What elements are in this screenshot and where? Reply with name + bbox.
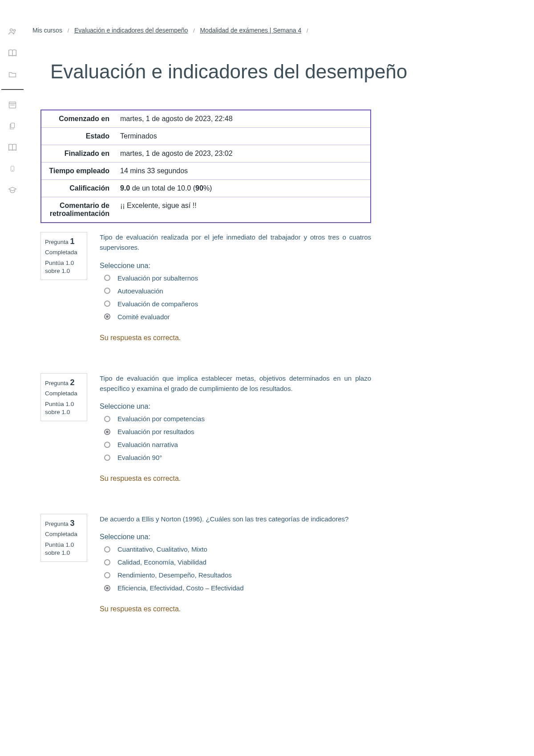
svg-point-3 xyxy=(11,105,11,105)
option-label: Rendimiento, Desempeño, Resultados xyxy=(117,571,232,579)
question-block: Pregunta 3CompletadaPuntúa 1.0 sobre 1.0… xyxy=(40,514,371,613)
svg-point-4 xyxy=(12,105,12,105)
question-info-box: Pregunta 3CompletadaPuntúa 1.0 sobre 1.0 xyxy=(40,514,87,562)
calendar-icon[interactable] xyxy=(8,100,17,110)
option-label: Evaluación por competencias xyxy=(117,415,205,423)
radio-icon[interactable] xyxy=(104,559,110,565)
phone-icon[interactable] xyxy=(8,164,17,174)
option-row[interactable]: Comité evaluador xyxy=(100,313,371,321)
option-label: Comité evaluador xyxy=(117,313,170,321)
svg-point-0 xyxy=(10,29,12,32)
option-row[interactable]: Eficiencia, Efectividad, Costo – Efectiv… xyxy=(100,584,371,592)
radio-icon[interactable] xyxy=(104,429,110,435)
svg-rect-6 xyxy=(11,123,14,128)
question-points: Puntúa 1.0 sobre 1.0 xyxy=(45,400,83,416)
summary-value: martes, 1 de agosto de 2023, 22:48 xyxy=(115,110,370,127)
option-label: Cuantitativo, Cualitativo, Mixto xyxy=(117,545,207,553)
summary-row: Tiempo empleado14 mins 33 segundos xyxy=(41,163,370,180)
summary-value: martes, 1 de agosto de 2023, 23:02 xyxy=(115,145,370,162)
question-info-box: Pregunta 2CompletadaPuntúa 1.0 sobre 1.0 xyxy=(40,373,87,421)
summary-row: Comenzado enmartes, 1 de agosto de 2023,… xyxy=(41,110,370,128)
radio-icon[interactable] xyxy=(104,288,110,294)
question-block: Pregunta 2CompletadaPuntúa 1.0 sobre 1.0… xyxy=(40,373,371,483)
option-row[interactable]: Evaluación por resultados xyxy=(100,428,371,435)
sidebar-separator xyxy=(1,89,24,90)
option-row[interactable]: Cuantitativo, Cualitativo, Mixto xyxy=(100,545,371,553)
breadcrumb-item[interactable]: Mis cursos xyxy=(32,27,62,34)
page-title: Evaluación e indicadores del desempeño xyxy=(50,61,518,83)
breadcrumb-separator: / xyxy=(193,28,194,34)
feedback-text: Su respuesta es correcta. xyxy=(100,334,371,342)
graduation-icon[interactable] xyxy=(8,185,17,195)
radio-icon[interactable] xyxy=(104,455,110,461)
summary-row: Finalizado enmartes, 1 de agosto de 2023… xyxy=(41,145,370,163)
summary-value: ¡¡ Excelente, sigue así !! xyxy=(115,197,370,222)
option-label: Evaluación de compañeros xyxy=(117,300,198,308)
question-points: Puntúa 1.0 sobre 1.0 xyxy=(45,259,83,275)
select-one-label: Seleccione una: xyxy=(100,262,371,270)
radio-icon[interactable] xyxy=(104,275,110,281)
summary-label: Finalizado en xyxy=(41,145,115,162)
option-row[interactable]: Evaluación por competencias xyxy=(100,415,371,423)
folder-icon[interactable] xyxy=(8,69,17,79)
breadcrumb-separator: / xyxy=(68,28,69,34)
option-row[interactable]: Evaluación narrativa xyxy=(100,441,371,448)
summary-row: Calificación9.0 de un total de 10.0 (90%… xyxy=(41,180,370,197)
option-row[interactable]: Calidad, Economía, Viabilidad xyxy=(100,558,371,566)
question-status: Completada xyxy=(45,249,83,256)
question-body: De acuerdo a Ellis y Norton (1996). ¿Cuá… xyxy=(100,514,371,613)
breadcrumb-item[interactable]: Evaluación e indicadores del desempeño xyxy=(74,27,188,34)
select-one-label: Seleccione una: xyxy=(100,402,371,411)
option-label: Evaluación 90° xyxy=(117,454,162,461)
breadcrumb-item[interactable]: Modalidad de exámenes | Semana 4 xyxy=(200,27,301,34)
book-icon[interactable] xyxy=(8,48,17,58)
question-body: Tipo de evaluación realizada por el jefe… xyxy=(100,232,371,342)
svg-point-1 xyxy=(13,29,15,31)
question-status: Completada xyxy=(45,390,83,397)
radio-icon[interactable] xyxy=(104,546,110,553)
svg-point-8 xyxy=(12,171,12,171)
summary-label: Comenzado en xyxy=(41,110,115,127)
question-status: Completada xyxy=(45,531,83,537)
select-one-label: Seleccione una: xyxy=(100,533,371,541)
summary-value: 9.0 de un total de 10.0 (90%) xyxy=(115,180,370,197)
question-prompt: Tipo de evaluación que implica establece… xyxy=(100,373,371,394)
option-label: Calidad, Economía, Viabilidad xyxy=(117,558,206,566)
radio-icon[interactable] xyxy=(104,585,110,591)
feedback-text: Su respuesta es correcta. xyxy=(100,605,371,613)
option-row[interactable]: Rendimiento, Desempeño, Resultados xyxy=(100,571,371,579)
radio-icon[interactable] xyxy=(104,313,110,320)
option-row[interactable]: Evaluación por subalternos xyxy=(100,274,371,282)
radio-icon[interactable] xyxy=(104,572,110,578)
option-label: Autoevaluación xyxy=(117,287,163,295)
question-heading: Pregunta 3 xyxy=(45,519,83,528)
radio-icon[interactable] xyxy=(104,416,110,422)
option-row[interactable]: Autoevaluación xyxy=(100,287,371,295)
summary-row: Comentario de retroalimentación¡¡ Excele… xyxy=(41,197,370,222)
feedback-text: Su respuesta es correcta. xyxy=(100,475,371,483)
copy-icon[interactable] xyxy=(8,121,17,131)
summary-table: Comenzado enmartes, 1 de agosto de 2023,… xyxy=(40,110,371,223)
radio-icon[interactable] xyxy=(104,301,110,307)
question-heading: Pregunta 1 xyxy=(45,237,83,246)
main-content: Mis cursos / Evaluación e indicadores de… xyxy=(24,0,534,756)
summary-label: Comentario de retroalimentación xyxy=(41,197,115,222)
svg-point-5 xyxy=(13,105,14,105)
summary-row: EstadoTerminados xyxy=(41,128,370,145)
option-row[interactable]: Evaluación 90° xyxy=(100,454,371,461)
option-row[interactable]: Evaluación de compañeros xyxy=(100,300,371,308)
option-label: Evaluación narrativa xyxy=(117,441,178,448)
option-label: Evaluación por resultados xyxy=(117,428,194,435)
summary-label: Calificación xyxy=(41,180,115,197)
summary-value: Terminados xyxy=(115,128,370,145)
library-icon[interactable] xyxy=(8,142,17,152)
option-label: Eficiencia, Efectividad, Costo – Efectiv… xyxy=(117,584,243,592)
radio-icon[interactable] xyxy=(104,442,110,448)
summary-label: Tiempo empleado xyxy=(41,163,115,179)
summary-label: Estado xyxy=(41,128,115,145)
question-heading: Pregunta 2 xyxy=(45,378,83,387)
users-icon[interactable] xyxy=(8,27,17,37)
breadcrumbs: Mis cursos / Evaluación e indicadores de… xyxy=(32,27,518,34)
question-prompt: De acuerdo a Ellis y Norton (1996). ¿Cuá… xyxy=(100,514,371,524)
question-prompt: Tipo de evaluación realizada por el jefe… xyxy=(100,232,371,253)
